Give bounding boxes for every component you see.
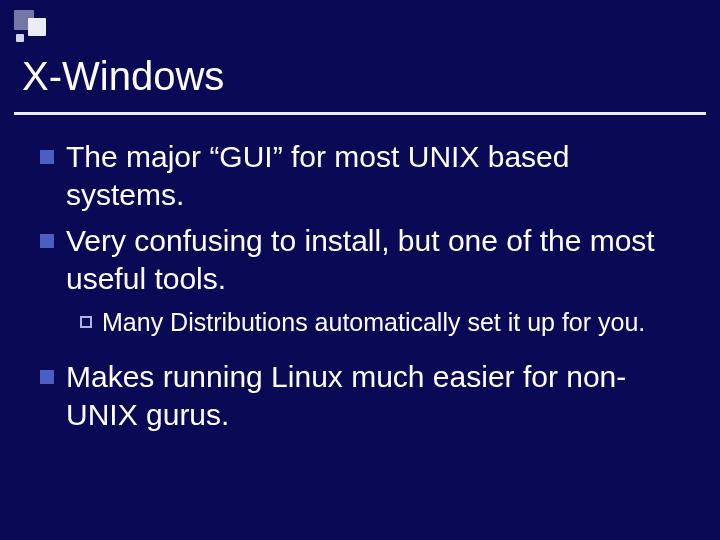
- slide: X-Windows The major “GUI” for most UNIX …: [0, 0, 720, 540]
- bullet-item: The major “GUI” for most UNIX based syst…: [40, 138, 690, 214]
- sub-bullet-item: Many Distributions automatically set it …: [80, 306, 690, 338]
- bullet-item: Makes running Linux much easier for non-…: [40, 358, 690, 434]
- corner-decoration-icon: [14, 10, 54, 40]
- bullet-text: Makes running Linux much easier for non-…: [66, 358, 690, 434]
- slide-title: X-Windows: [22, 54, 224, 99]
- bullet-text: Very confusing to install, but one of th…: [66, 222, 690, 298]
- square-bullet-icon: [40, 234, 54, 248]
- bullet-text: The major “GUI” for most UNIX based syst…: [66, 138, 690, 214]
- title-underline: [14, 112, 706, 115]
- slide-body: The major “GUI” for most UNIX based syst…: [40, 138, 690, 442]
- square-bullet-icon: [40, 370, 54, 384]
- hollow-square-bullet-icon: [80, 316, 92, 328]
- bullet-item: Very confusing to install, but one of th…: [40, 222, 690, 298]
- sub-bullet-text: Many Distributions automatically set it …: [102, 306, 645, 338]
- square-bullet-icon: [40, 150, 54, 164]
